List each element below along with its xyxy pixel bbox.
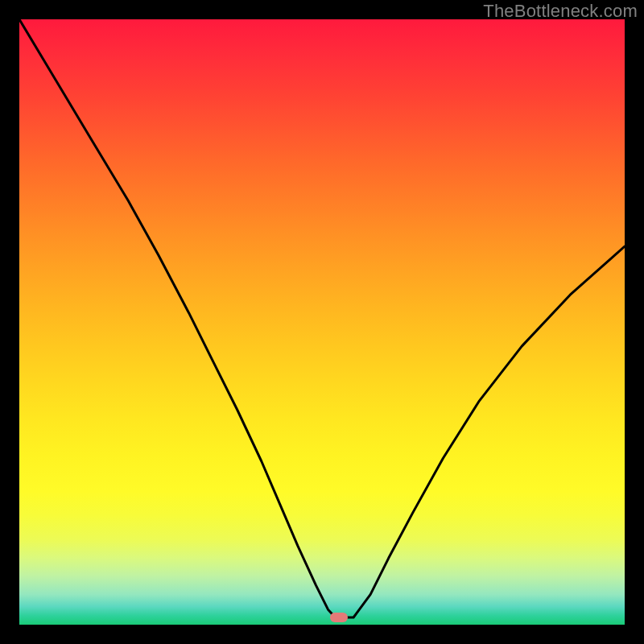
chart-frame: TheBottleneck.com bbox=[0, 0, 644, 644]
min-marker bbox=[330, 613, 348, 622]
watermark-text: TheBottleneck.com bbox=[483, 1, 638, 22]
gradient-background bbox=[19, 19, 625, 625]
plot-area bbox=[19, 19, 625, 625]
